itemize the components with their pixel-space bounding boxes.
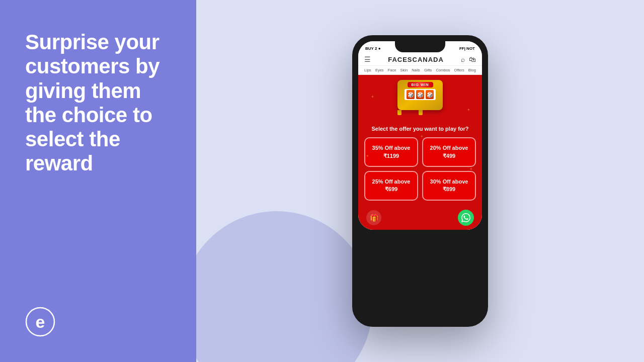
nav-item-skin[interactable]: Skin [400, 68, 408, 72]
phone-notch [395, 41, 445, 52]
nav-item-combos[interactable]: Combos [436, 68, 450, 72]
offer-4-text: 30% Off above ₹899 [427, 178, 471, 194]
nav-item-lips[interactable]: Lips [364, 68, 371, 72]
offer-btn-1[interactable]: 35% Off above ₹1199 [364, 137, 418, 167]
svg-text:e: e [36, 312, 45, 331]
slot-reels: 🎲 🎲 🎲 [405, 89, 436, 100]
phone-body: BUY 2 ● FF| NOT ☰ FACESCANADA ⌕ 🛍 Lips E… [352, 35, 488, 327]
nav-item-face[interactable]: Face [388, 68, 396, 72]
engati-logo: e [25, 307, 55, 337]
offer-btn-3[interactable]: 25% Off above ₹699 [364, 171, 418, 201]
phone-mockup: BUY 2 ● FF| NOT ☰ FACESCANADA ⌕ 🛍 Lips E… [352, 35, 488, 327]
status-right: FF| NOT [459, 46, 475, 51]
slot-legs [395, 110, 425, 114]
nav-item-offers[interactable]: Offers [454, 68, 464, 72]
gift-button[interactable]: 🎁 [366, 210, 381, 225]
logo-container: e [25, 307, 171, 337]
offer-btn-2[interactable]: 20% Off above ₹499 [422, 137, 476, 167]
nav-item-blog[interactable]: Blog [468, 68, 476, 72]
sub-nav: Lips Eyes Face Skin Nails Gifts Combos O… [358, 66, 482, 75]
reel-2: 🎲 [416, 90, 424, 99]
offer-2-text: 20% Off above ₹499 [427, 144, 471, 160]
offer-3-text: 25% Off above ₹699 [369, 178, 413, 194]
offer-grid: 35% Off above ₹1199 20% Off above ₹499 2… [364, 137, 476, 201]
whatsapp-button[interactable] [458, 210, 474, 226]
headline-text: Surprise your customers by giving them t… [25, 30, 171, 176]
phone-screen: BUY 2 ● FF| NOT ☰ FACESCANADA ⌕ 🛍 Lips E… [358, 41, 482, 230]
offer-btn-4[interactable]: 30% Off above ₹899 [422, 171, 476, 201]
cart-icon[interactable]: 🛍 [469, 55, 476, 63]
nav-icons: ⌕ 🛍 [461, 55, 476, 63]
nav-item-nails[interactable]: Nails [412, 68, 420, 72]
search-icon[interactable]: ⌕ [461, 55, 465, 63]
right-panel: BUY 2 ● FF| NOT ☰ FACESCANADA ⌕ 🛍 Lips E… [196, 0, 644, 362]
big-win-banner: BIG WIN [408, 82, 433, 87]
nav-item-gifts[interactable]: Gifts [424, 68, 432, 72]
status-left: BUY 2 ● [365, 46, 380, 51]
slot-machine-illustration: BIG WIN 🎲 🎲 🎲 [395, 80, 445, 120]
nav-bar: ☰ FACESCANADA ⌕ 🛍 [358, 53, 482, 66]
phone-bottom-bar: 🎁 [358, 207, 482, 230]
decorative-circle [196, 211, 372, 362]
left-panel: Surprise your customers by giving them t… [0, 0, 196, 362]
app-content: ✦ ✦ ✦ ✦ ✦ ✦ BIG WIN 🎲 🎲 [358, 75, 482, 207]
brand-name: FACESCANADA [388, 56, 444, 63]
hamburger-icon[interactable]: ☰ [364, 55, 371, 63]
select-offer-title: Select the offer you want to play for? [371, 125, 468, 132]
reel-1: 🎲 [407, 90, 415, 99]
reel-3: 🎲 [426, 90, 434, 99]
offer-1-text: 35% Off above ₹1199 [369, 144, 413, 160]
nav-item-eyes[interactable]: Eyes [375, 68, 384, 72]
